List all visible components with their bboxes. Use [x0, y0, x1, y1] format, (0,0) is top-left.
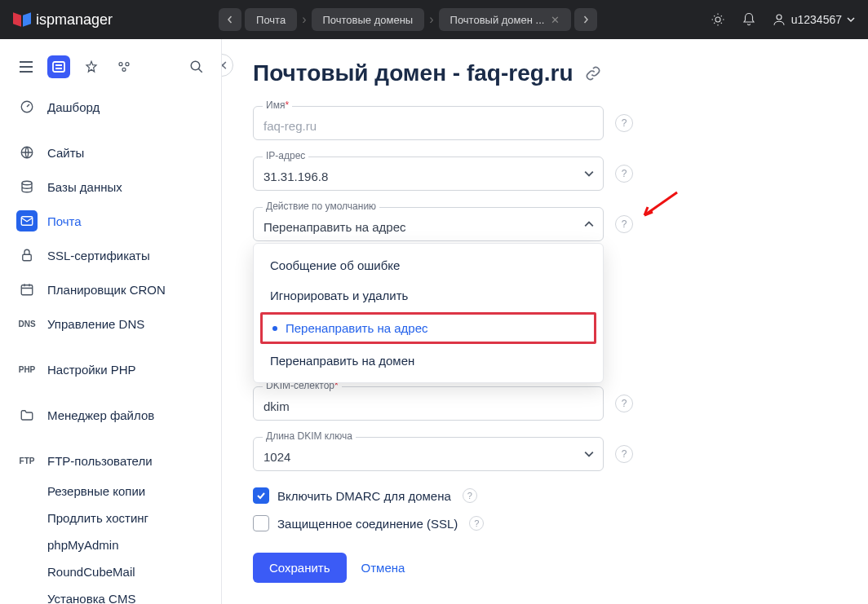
sidebar-item-databases[interactable]: Базы данных: [0, 170, 221, 204]
form-actions: Сохранить Отмена: [253, 553, 837, 583]
help-icon[interactable]: ?: [469, 516, 484, 531]
breadcrumb-forward-button[interactable]: [574, 8, 597, 31]
sidebar-item-dns[interactable]: DNS Управление DNS: [0, 306, 221, 341]
apps-icon[interactable]: [113, 55, 135, 78]
sidebar-item-label: Дашборд: [47, 100, 100, 114]
help-icon[interactable]: ?: [615, 215, 633, 233]
default-action-select[interactable]: Действие по умолчанию: [253, 207, 604, 241]
breadcrumb: Почта › Почтовые домены › Почтовый домен…: [219, 8, 597, 31]
dropdown-option[interactable]: Сообщение об ошибке: [254, 250, 603, 280]
svg-point-6: [191, 61, 200, 70]
dropdown-option[interactable]: Перенаправить на домен: [254, 346, 603, 376]
sidebar-item-ssl[interactable]: SSL-сертификаты: [0, 238, 221, 272]
globe-icon: [16, 142, 38, 163]
svg-point-4: [126, 63, 129, 66]
dns-icon: DNS: [16, 313, 38, 334]
sidebar-item-sites[interactable]: Сайты: [0, 135, 221, 170]
default-action-dropdown: Сообщение об ошибке Игнорировать и удали…: [253, 243, 604, 383]
close-panel-button[interactable]: ✕: [222, 54, 233, 77]
dkim-selector-input[interactable]: [253, 386, 604, 421]
close-icon[interactable]: ✕: [551, 14, 560, 26]
page-title: Почтовый домен - faq-reg.ru: [253, 60, 837, 86]
default-action-value: [253, 207, 604, 241]
checkbox-label: Защищенное соединение (SSL): [277, 517, 458, 531]
topbar-right: u1234567: [710, 11, 855, 28]
sidebar-item-label: Продлить хостинг: [47, 511, 148, 525]
chevron-right-icon: ›: [302, 12, 306, 27]
chevron-down-icon: [847, 15, 855, 24]
sidebar-item-label: Сайты: [47, 146, 84, 160]
field-dkim-length: Длина DKIM ключа ?: [253, 437, 837, 471]
topbar: ispmanager Почта › Почтовые домены › Поч…: [0, 0, 868, 39]
svg-point-1: [777, 15, 782, 20]
star-icon[interactable]: [80, 55, 103, 78]
theme-toggle-icon[interactable]: [710, 11, 726, 28]
help-icon[interactable]: ?: [615, 445, 633, 463]
list-view-icon[interactable]: [47, 55, 70, 78]
user-icon: [772, 12, 786, 27]
notifications-icon[interactable]: [741, 11, 757, 28]
sidebar-item-renew[interactable]: Продлить хостинг: [0, 505, 221, 531]
sidebar-item-dashboard[interactable]: Дашборд: [0, 90, 221, 124]
php-icon: PHP: [16, 359, 38, 380]
sidebar-item-cron[interactable]: Планировщик CRON: [0, 272, 221, 306]
field-label: Имя*: [263, 99, 292, 111]
breadcrumb-item-domains[interactable]: Почтовые домены: [312, 8, 425, 31]
breadcrumb-back-button[interactable]: [219, 8, 241, 31]
help-icon[interactable]: ?: [615, 165, 633, 183]
search-icon[interactable]: [185, 55, 208, 78]
help-icon[interactable]: ?: [615, 395, 633, 412]
link-icon[interactable]: [585, 65, 601, 82]
help-icon[interactable]: ?: [615, 114, 633, 132]
user-menu[interactable]: u1234567: [772, 12, 855, 27]
dkim-length-value: [253, 437, 604, 471]
gauge-icon: [16, 96, 38, 117]
sidebar-item-label: Управление DNS: [47, 317, 144, 331]
sidebar: Дашборд Сайты Базы данных Почта SSL-серт…: [0, 39, 222, 604]
field-label: IP-адрес: [263, 150, 308, 161]
sidebar-item-label: Планировщик CRON: [47, 283, 166, 297]
sidebar-item-backups[interactable]: Резервные копии: [0, 478, 221, 505]
annotation-arrow-icon: [640, 191, 679, 220]
sidebar-item-files[interactable]: Менеджер файлов: [0, 398, 221, 432]
breadcrumb-item-mail[interactable]: Почта: [245, 8, 297, 31]
sidebar-item-label: SSL-сертификаты: [47, 249, 150, 262]
field-dkim-selector: DKIM-селектор* ?: [253, 386, 837, 421]
sidebar-item-php[interactable]: PHP Настройки PHP: [0, 352, 221, 386]
dropdown-option-selected[interactable]: Перенаправить на адрес: [271, 320, 586, 337]
name-input: [253, 106, 604, 140]
dkim-length-select[interactable]: Длина DKIM ключа: [253, 437, 604, 471]
save-button[interactable]: Сохранить: [253, 553, 347, 583]
help-icon[interactable]: ?: [463, 488, 477, 503]
field-default-action: Действие по умолчанию ? Сообщение об оши…: [253, 207, 837, 241]
cancel-button[interactable]: Отмена: [361, 561, 405, 575]
sidebar-item-label: phpMyAdmin: [47, 538, 119, 552]
breadcrumb-item-current[interactable]: Почтовый домен ... ✕: [439, 8, 572, 31]
sidebar-item-label: Резервные копии: [47, 484, 145, 498]
field-ip: IP-адрес ?: [253, 157, 837, 191]
dmarc-checkbox[interactable]: [253, 487, 269, 504]
sidebar-item-label: Базы данных: [47, 180, 122, 194]
sidebar-item-label: Установка CMS: [47, 592, 135, 604]
svg-point-5: [122, 68, 126, 71]
logo[interactable]: ispmanager: [13, 11, 113, 29]
chevron-right-icon: ›: [429, 12, 433, 27]
hamburger-icon[interactable]: [15, 55, 38, 78]
folder-icon: [16, 404, 38, 425]
sidebar-item-label: RoundCubeMail: [47, 565, 135, 579]
sidebar-item-roundcube[interactable]: RoundCubeMail: [0, 558, 221, 585]
sidebar-item-cms[interactable]: Установка CMS: [0, 585, 221, 604]
sidebar-item-label: FTP-пользователи: [47, 454, 153, 468]
sidebar-item-label: Почта: [47, 214, 82, 228]
sidebar-item-ftp[interactable]: FTP FTP-пользователи: [0, 443, 221, 478]
ssl-checkbox-row: Защищенное соединение (SSL) ?: [253, 515, 837, 531]
ssl-checkbox[interactable]: [253, 515, 269, 531]
dmarc-checkbox-row: Включить DMARC для домена ?: [253, 487, 837, 504]
dropdown-option[interactable]: Игнорировать и удалить: [254, 280, 603, 311]
svg-rect-2: [53, 62, 64, 72]
checkbox-label: Включить DMARC для домена: [277, 489, 451, 503]
sidebar-item-mail[interactable]: Почта: [0, 204, 221, 238]
ip-select[interactable]: IP-адрес: [253, 157, 604, 191]
sidebar-item-phpmyadmin[interactable]: phpMyAdmin: [0, 531, 221, 558]
database-icon: [16, 176, 38, 197]
